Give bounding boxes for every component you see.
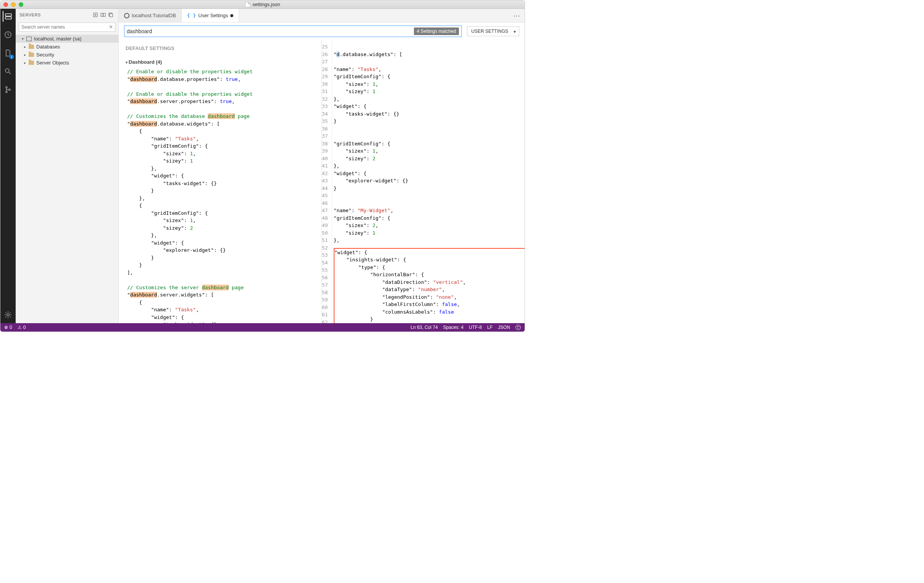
widget-highlight-box: "widget": { "insights-widget": { "type":… [334,248,525,324]
tree-item-label: Security [36,52,54,58]
editor-tabs: localhost:TutorialDB { } User Settings ⋯ [119,9,525,23]
default-settings-code: ✎ // Enable or disable the properties wi… [125,68,322,323]
traffic-lights [3,2,23,7]
maximize-window-button[interactable] [19,2,23,7]
server-icon [26,36,32,41]
tree-root-label: localhost, master (sa) [34,36,81,41]
scope-label: USER SETTINGS [471,29,508,34]
server-tree: ▾ localhost, master (sa) ▸ Databases ▸ S… [16,33,118,68]
tree-item-server-objects[interactable]: ▸ Server Objects [16,59,118,67]
servers-activity-icon[interactable] [3,11,13,22]
tab-label: User Settings [198,13,228,18]
new-group-icon[interactable] [99,11,107,19]
default-settings-title: DEFAULT SETTINGS [125,43,322,56]
tree-server-root[interactable]: ▾ localhost, master (sa) [16,35,118,43]
files-activity-icon[interactable]: 1 [3,48,13,58]
new-connection-icon[interactable] [92,11,99,19]
settings-matched-badge: 4 Settings matched [414,28,459,35]
sidebar: SERVERS ✕ ▾ localhost, master (sa) ▸ Dat… [16,9,119,323]
settings-gear-icon[interactable] [3,310,13,320]
settings-search-container: 4 Settings matched [124,26,462,37]
folder-icon [29,61,34,65]
svg-point-5 [6,91,7,93]
status-warnings[interactable]: ⚠ 0 [18,325,26,330]
status-eol[interactable]: LF [487,325,493,330]
tree-item-security[interactable]: ▸ Security [16,51,118,59]
svg-point-3 [5,69,9,72]
status-spaces[interactable]: Spaces: 4 [443,325,464,330]
status-feedback-icon[interactable] [515,325,521,330]
activity-bar: 1 [0,9,16,323]
tab-overflow-button[interactable]: ⋯ [508,9,525,22]
server-search-input[interactable] [19,23,116,32]
status-bar: ⊗ 0 ⚠ 0 Ln 63, Col 74 Spaces: 4 UTF-8 LF… [0,323,525,331]
database-icon [124,13,129,18]
tab-user-settings[interactable]: { } User Settings [182,9,239,22]
settings-scope-dropdown[interactable]: USER SETTINGS [467,26,519,36]
sidebar-title: SERVERS [20,13,92,17]
svg-rect-12 [110,14,113,17]
svg-point-7 [7,314,9,316]
collapse-all-icon[interactable] [107,11,115,19]
status-language[interactable]: JSON [498,325,510,330]
close-window-button[interactable] [3,2,8,7]
status-errors[interactable]: ⊗ 0 [4,325,12,330]
folder-icon [29,44,34,49]
tree-item-label: Server Objects [36,60,69,66]
file-icon [245,2,250,7]
search-activity-icon[interactable] [3,66,13,77]
line-gutter: 2526272829303132333435363738394041424344… [322,40,332,323]
tab-localhost-tutorialdb[interactable]: localhost:TutorialDB [119,9,182,22]
user-settings-editor[interactable]: 2526272829303132333435363738394041424344… [322,40,525,323]
history-activity-icon[interactable] [3,30,13,40]
svg-point-6 [9,89,10,91]
window-title-text: settings.json [252,2,280,7]
settings-search-input[interactable] [127,28,414,35]
default-settings-pane[interactable]: DEFAULT SETTINGS Dashboard (4) ✎ // Enab… [119,40,322,323]
minimize-window-button[interactable] [11,2,16,7]
source-control-activity-icon[interactable] [3,84,13,95]
clear-search-icon[interactable]: ✕ [109,24,113,30]
user-settings-code[interactable]: "d.database.widgets": [ "name": "Tasks",… [332,40,525,323]
svg-rect-9 [101,13,103,16]
svg-point-4 [6,87,7,88]
titlebar: settings.json [0,0,525,9]
settings-group-dashboard[interactable]: Dashboard (4) [125,56,322,68]
dirty-indicator-icon [230,14,233,17]
status-encoding[interactable]: UTF-8 [469,325,482,330]
tree-item-databases[interactable]: ▸ Databases [16,43,118,51]
files-badge: 1 [9,54,14,59]
svg-rect-1 [5,17,12,19]
tab-label: localhost:TutorialDB [132,13,176,18]
svg-rect-10 [103,13,106,16]
braces-icon: { } [187,13,196,18]
window-title: settings.json [245,2,280,7]
svg-rect-0 [5,14,12,16]
tree-item-label: Databases [36,44,60,49]
folder-icon [29,53,34,57]
status-ln-col[interactable]: Ln 63, Col 74 [411,325,437,330]
